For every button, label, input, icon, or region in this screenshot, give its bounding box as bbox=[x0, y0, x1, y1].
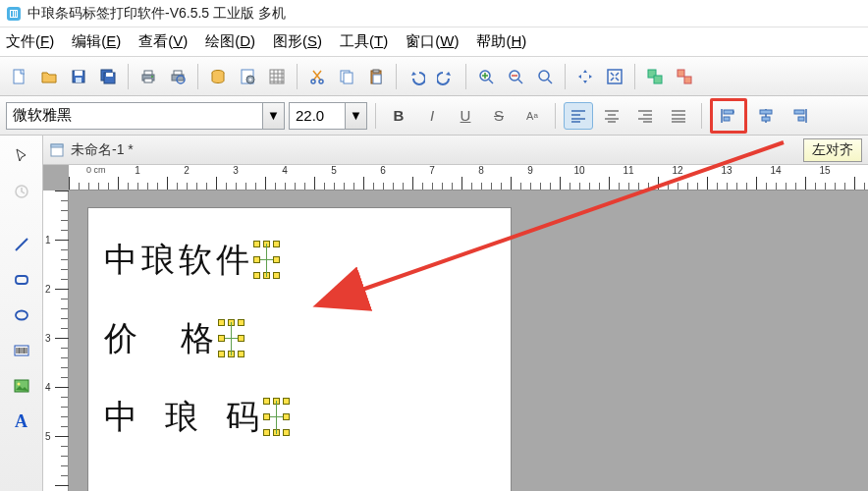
font-size-input[interactable] bbox=[290, 103, 345, 129]
svg-rect-3 bbox=[14, 11, 15, 17]
text-object-2[interactable]: 价格 bbox=[104, 316, 495, 361]
font-size-combo[interactable]: ▼ bbox=[289, 102, 367, 130]
underline-button[interactable]: U bbox=[451, 102, 480, 130]
ruler-label: 2 bbox=[45, 284, 51, 295]
menu-view[interactable]: 查看(V) bbox=[138, 32, 188, 51]
print-preview-button[interactable] bbox=[164, 63, 191, 90]
separator bbox=[565, 64, 566, 89]
copy-button[interactable] bbox=[333, 63, 360, 90]
italic-button[interactable]: I bbox=[417, 102, 447, 130]
ruler-label: 8 bbox=[478, 165, 484, 176]
selection-handles[interactable] bbox=[253, 241, 281, 280]
superscript-button[interactable]: Aa bbox=[517, 102, 547, 130]
text-object-3[interactable]: 中琅码 bbox=[104, 395, 495, 440]
ruler-label: 5 bbox=[45, 431, 51, 442]
svg-rect-2 bbox=[11, 11, 13, 17]
database-button[interactable] bbox=[204, 63, 232, 90]
text-align-center-button[interactable] bbox=[597, 102, 626, 130]
svg-point-22 bbox=[249, 78, 252, 81]
svg-rect-11 bbox=[106, 73, 113, 77]
menu-help[interactable]: 帮助(H) bbox=[476, 32, 526, 51]
document-tab[interactable]: 未命名-1 * bbox=[49, 141, 134, 159]
svg-point-50 bbox=[17, 383, 20, 386]
text-align-right-button[interactable] bbox=[630, 102, 660, 130]
text-align-left-button[interactable] bbox=[564, 102, 593, 130]
print-button[interactable] bbox=[135, 63, 162, 90]
ruler-label: 12 bbox=[672, 165, 682, 176]
ungroup-button[interactable] bbox=[671, 63, 698, 90]
pointer-tool[interactable] bbox=[7, 141, 36, 171]
tooltip-left-align: 左对齐 bbox=[803, 138, 862, 162]
fit-window-button[interactable] bbox=[601, 63, 628, 90]
selection-handles[interactable] bbox=[263, 398, 291, 437]
zoom-out-button[interactable] bbox=[502, 63, 529, 90]
menu-file[interactable]: 文件(F) bbox=[6, 32, 54, 51]
horizontal-ruler[interactable]: 0 cm 1 2 3 4 5 6 7 8 9 10 11 12 13 14 15 bbox=[69, 165, 868, 191]
move-button[interactable] bbox=[571, 63, 599, 90]
grid-button[interactable] bbox=[263, 63, 291, 90]
text-align-justify-button[interactable] bbox=[664, 102, 693, 130]
rounded-rect-tool[interactable] bbox=[7, 265, 36, 295]
svg-point-33 bbox=[539, 71, 549, 81]
ruler-label: 5 bbox=[331, 165, 337, 176]
font-size-dropdown-icon[interactable]: ▼ bbox=[345, 103, 366, 129]
save-button[interactable] bbox=[65, 63, 92, 90]
vertical-ruler[interactable]: 1 2 3 4 5 bbox=[43, 191, 69, 491]
text-content: 中琅码 bbox=[104, 395, 287, 440]
canvas[interactable]: 中琅软件 价格 中琅码 bbox=[69, 191, 868, 491]
svg-rect-37 bbox=[678, 70, 684, 77]
cut-button[interactable] bbox=[303, 63, 331, 90]
separator bbox=[555, 103, 556, 129]
line-tool[interactable] bbox=[7, 230, 36, 259]
svg-rect-29 bbox=[373, 70, 379, 73]
svg-rect-8 bbox=[76, 78, 81, 82]
barcode-tool[interactable] bbox=[7, 336, 36, 365]
zoom-fit-button[interactable] bbox=[531, 63, 559, 90]
left-toolbox: A bbox=[0, 136, 43, 491]
ruler-label: 1 bbox=[135, 165, 140, 176]
zoom-in-button[interactable] bbox=[472, 63, 500, 90]
ellipse-tool[interactable] bbox=[7, 300, 36, 330]
strike-button[interactable]: S bbox=[484, 102, 514, 130]
separator bbox=[297, 64, 298, 89]
hand-tool[interactable] bbox=[7, 177, 36, 206]
selection-handles[interactable] bbox=[218, 319, 245, 358]
menu-shape[interactable]: 图形(S) bbox=[273, 32, 322, 51]
open-button[interactable] bbox=[35, 63, 63, 90]
ruler-label: 1 bbox=[45, 235, 51, 246]
svg-rect-40 bbox=[724, 117, 730, 121]
align-right-objects-button[interactable] bbox=[785, 102, 814, 130]
menu-draw[interactable]: 绘图(D) bbox=[205, 32, 255, 51]
redo-button[interactable] bbox=[432, 63, 460, 90]
menu-tool[interactable]: 工具(T) bbox=[340, 32, 388, 51]
ruler-label: 15 bbox=[819, 165, 830, 176]
font-name-dropdown-icon[interactable]: ▼ bbox=[262, 103, 284, 129]
image-tool[interactable] bbox=[7, 371, 36, 401]
undo-button[interactable] bbox=[403, 63, 430, 90]
text-object-1[interactable]: 中琅软件 bbox=[104, 238, 495, 283]
svg-rect-41 bbox=[760, 110, 772, 114]
align-center-objects-button[interactable] bbox=[751, 102, 781, 130]
font-name-input[interactable] bbox=[7, 103, 262, 129]
menu-bar: 文件(F) 编辑(E) 查看(V) 绘图(D) 图形(S) 工具(T) 窗口(W… bbox=[0, 27, 868, 57]
new-doc-button[interactable] bbox=[6, 63, 33, 90]
text-tool[interactable]: A bbox=[7, 407, 36, 436]
separator bbox=[128, 64, 129, 89]
svg-rect-39 bbox=[724, 110, 733, 114]
bold-button[interactable]: B bbox=[384, 102, 413, 130]
save-as-button[interactable] bbox=[94, 63, 122, 90]
separator bbox=[465, 64, 466, 89]
app-icon bbox=[6, 6, 22, 22]
paste-button[interactable] bbox=[362, 63, 390, 90]
separator bbox=[375, 103, 376, 129]
page-setup-button[interactable] bbox=[234, 63, 261, 90]
svg-rect-17 bbox=[174, 71, 182, 75]
svg-rect-36 bbox=[654, 76, 662, 83]
menu-window[interactable]: 窗口(W) bbox=[406, 32, 459, 51]
label-page[interactable]: 中琅软件 价格 中琅码 bbox=[88, 208, 511, 491]
font-name-combo[interactable]: ▼ bbox=[6, 102, 285, 130]
svg-rect-42 bbox=[762, 117, 770, 121]
group-button[interactable] bbox=[641, 63, 669, 90]
align-left-objects-button[interactable] bbox=[714, 102, 743, 130]
menu-edit[interactable]: 编辑(E) bbox=[72, 32, 121, 51]
